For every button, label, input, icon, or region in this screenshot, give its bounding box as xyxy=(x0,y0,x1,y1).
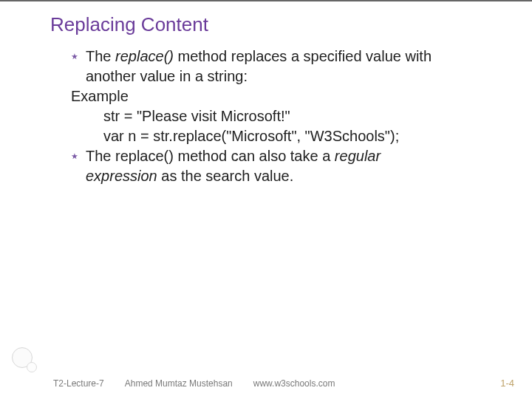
code-line-2: var n = str.replace("Microsoft", "W3Scho… xyxy=(103,126,514,146)
bullet-2-post: as the search value. xyxy=(157,168,294,184)
bullet-2-em2: expression xyxy=(86,168,157,184)
code-line-1: str = "Please visit Microsoft!" xyxy=(103,106,514,126)
bullet-1-line1: The replace() method replaces a specifie… xyxy=(86,47,514,66)
bullet-1: ٭ The replace() method replaces a specif… xyxy=(71,47,514,66)
bullet-1-pre: The xyxy=(86,48,115,64)
bullet-1-post: method replaces a specified value with xyxy=(174,48,432,64)
footer-lecture: T2-Lecture-7 xyxy=(53,378,104,389)
slide-title: Replacing Content xyxy=(50,13,517,36)
footer-author: Ahmed Mumtaz Mustehsan xyxy=(125,378,233,389)
decorative-circles-icon xyxy=(12,347,37,372)
slide: Replacing Content ٭ The replace() method… xyxy=(0,0,532,399)
bullet-2-line1: The replace() method can also take a reg… xyxy=(86,146,514,166)
slide-footer: T2-Lecture-7 Ahmed Mumtaz Mustehsan www.… xyxy=(0,378,532,389)
slide-body: ٭ The replace() method replaces a specif… xyxy=(71,47,514,186)
bullet-1-method: replace() xyxy=(115,48,174,64)
bullet-2-line2: expression as the search value. xyxy=(86,166,514,186)
bullet-marker-icon: ٭ xyxy=(71,47,86,66)
footer-site: www.w3schools.com xyxy=(253,378,335,389)
example-label: Example xyxy=(71,86,514,106)
bullet-2-pre: The replace() method can also take a xyxy=(86,148,335,164)
bullet-1-line2: another value in a string: xyxy=(86,66,514,86)
bullet-marker-icon: ٭ xyxy=(71,146,86,166)
footer-page-number: 1-4 xyxy=(500,378,514,389)
bullet-2-em1: regular xyxy=(335,148,381,164)
bullet-2: ٭ The replace() method can also take a r… xyxy=(71,146,514,166)
